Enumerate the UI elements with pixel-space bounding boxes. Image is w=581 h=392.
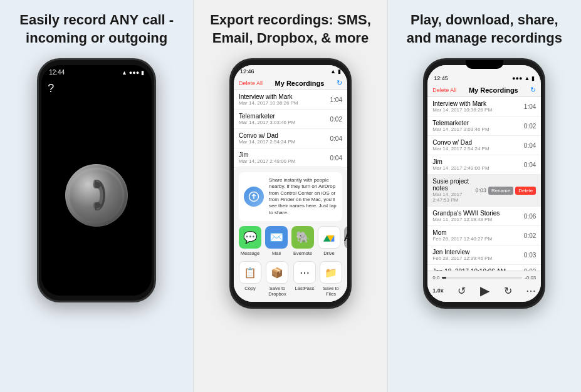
player-speed[interactable]: 1.0x bbox=[432, 287, 444, 294]
status-icons-right: ●●● ▲ ▮ bbox=[512, 75, 535, 81]
signal-icon: ●●● bbox=[129, 70, 139, 76]
nav-title-mid: My Recordings bbox=[275, 80, 325, 87]
share-action-copy[interactable]: 📋 Copy bbox=[239, 261, 261, 297]
right-rec-name-0: Interview with Mark bbox=[432, 100, 492, 107]
files-icon: 📁 bbox=[320, 261, 342, 284]
battery-icon-mid: ▮ bbox=[338, 68, 341, 75]
share-action-dropbox[interactable]: 📦 Save to Dropbox bbox=[265, 261, 290, 297]
mid-panel: Export recordings: SMS, Email, Dropbox, … bbox=[193, 0, 387, 392]
refresh-btn-mid[interactable]: ↻ bbox=[337, 79, 342, 87]
wifi-right: ▲ bbox=[524, 75, 530, 81]
recordings-screen: 12:46 ▲ ▮ Delete All My Recordings ↻ Int… bbox=[234, 65, 347, 302]
rename-button[interactable]: Rename bbox=[488, 187, 513, 195]
right-rec-dur-1: 0:02 bbox=[524, 123, 536, 130]
delete-all-btn-mid[interactable]: Delete All bbox=[239, 80, 263, 86]
record-button[interactable]: 📞 bbox=[65, 164, 128, 227]
left-phone-frame: 12:44 ▲ ●●● ▮ ? 📞 bbox=[37, 58, 156, 302]
right-panel-title: Play, download, share, and manage record… bbox=[403, 11, 566, 47]
forward-button[interactable]: ↻ bbox=[504, 285, 512, 297]
mail-label: Mail bbox=[272, 250, 281, 256]
dropbox-icon: 📦 bbox=[266, 261, 288, 284]
right-rec-dur-5: 0:02 bbox=[524, 232, 536, 239]
left-phone-screen: 12:44 ▲ ●●● ▮ ? 📞 bbox=[41, 65, 152, 296]
rec-date-2: Mar 14, 2017 2:54:24 PM bbox=[239, 139, 295, 145]
drive-icon bbox=[318, 226, 340, 249]
right-rec-dur-2: 0:04 bbox=[524, 142, 536, 149]
rec-dur-2: 0:04 bbox=[330, 135, 342, 142]
rec-name-3: Jim bbox=[239, 152, 295, 158]
player-controls: 1.0x ↺ ▶ ↻ ⋯ bbox=[432, 283, 536, 298]
share-action-files[interactable]: 📁 Save to Files bbox=[320, 261, 342, 297]
right-rec-name-1: Telemarketer bbox=[432, 120, 489, 126]
right-rec-4[interactable]: Grandpa's WWII StoriesMar 11, 2017 12:19… bbox=[427, 207, 541, 226]
right-rec-date-1: Mar 14, 2017 3:03:46 PM bbox=[432, 126, 489, 132]
share-sheet: Share instantly with people nearby. If t… bbox=[234, 166, 347, 302]
right-rec-name-5: Mom bbox=[432, 229, 492, 236]
recording-item-2[interactable]: Convo w/ Dad Mar 14, 2017 2:54:24 PM 0:0… bbox=[234, 129, 347, 148]
right-rec-date-active: Mar 14, 2017 2:47:53 PM bbox=[432, 192, 475, 203]
rec-name-0: Interview with Mark bbox=[239, 93, 298, 100]
airdrop-text: Share instantly with people nearby. If t… bbox=[269, 177, 337, 216]
recording-item-1[interactable]: Telemarketer Mar 14, 2017 3:03:46 PM 0:0… bbox=[234, 110, 347, 129]
recording-item-3[interactable]: Jim Mar 14, 2017 2:49:00 PM 0:04 bbox=[234, 148, 347, 168]
right-rec-name-3: Jim bbox=[432, 158, 489, 165]
player-track-fill bbox=[442, 277, 446, 279]
files-label: Save to Files bbox=[320, 286, 342, 297]
nav-title-right: My Recordings bbox=[469, 86, 518, 94]
right-rec-date-0: Mar 14, 2017 10:36:26 PM bbox=[432, 107, 492, 113]
status-bar-left: 12:44 ▲ ●●● ▮ bbox=[41, 65, 152, 77]
help-icon: ? bbox=[48, 82, 152, 95]
right-rec-6[interactable]: Jen InterviewFeb 28, 2017 12:39:46 PM 0:… bbox=[427, 245, 541, 265]
right-rec-active[interactable]: Susie project notesMar 14, 2017 2:47:53 … bbox=[427, 175, 541, 207]
share-app-mail[interactable]: ✉️ Mail bbox=[265, 226, 288, 256]
right-panel: Play, download, share, and manage record… bbox=[388, 0, 581, 392]
right-rec-date-4: Mar 11, 2017 12:19:43 PM bbox=[432, 217, 500, 222]
status-icons-left: ▲ ●●● ▮ bbox=[122, 70, 144, 76]
delete-button[interactable]: Delete bbox=[515, 187, 536, 195]
right-rec-5[interactable]: MomFeb 28, 2017 12:40:27 PM 0:02 bbox=[427, 226, 541, 245]
more-options-button[interactable]: ⋯ bbox=[526, 285, 536, 297]
right-rec-dur-3: 0:04 bbox=[524, 162, 536, 168]
recording-item-0[interactable]: Interview with Mark Mar 14, 2017 10:36:2… bbox=[234, 90, 347, 110]
share-action-lastpass[interactable]: ⋯ LastPass bbox=[293, 261, 316, 297]
message-label: Message bbox=[241, 250, 259, 256]
rec-date-3: Mar 14, 2017 2:49:00 PM bbox=[239, 158, 295, 164]
right-rec-1[interactable]: TelemarketerMar 14, 2017 3:03:46 PM 0:02 bbox=[427, 116, 541, 136]
refresh-btn-right[interactable]: ↻ bbox=[530, 86, 536, 94]
delete-all-btn-right[interactable]: Delete All bbox=[432, 87, 456, 93]
share-actions-row: 📋 Copy 📦 Save to Dropbox ⋯ LastPass bbox=[239, 261, 342, 297]
share-app-message[interactable]: 💬 Message bbox=[239, 226, 261, 256]
airdrop-icon bbox=[244, 187, 264, 207]
right-rec-2[interactable]: Convo w/ DadMar 14, 2017 2:54:24 PM 0:04 bbox=[427, 136, 541, 155]
right-rec-date-5: Feb 28, 2017 12:40:27 PM bbox=[432, 236, 492, 242]
left-panel-title: Easily record ANY call - incoming or out… bbox=[15, 11, 178, 47]
player-remaining-time: -0:03 bbox=[525, 275, 536, 281]
right-rec-date-6: Feb 28, 2017 12:39:46 PM bbox=[432, 255, 492, 261]
right-rec-3[interactable]: JimMar 14, 2017 2:49:00 PM 0:04 bbox=[427, 155, 541, 175]
time-left: 12:44 bbox=[49, 69, 65, 76]
rec-dur-1: 0:02 bbox=[330, 116, 342, 123]
mid-phone-frame: 12:46 ▲ ▮ Delete All My Recordings ↻ Int… bbox=[229, 58, 352, 309]
share-app-evernote[interactable]: 🐘 Evernote bbox=[291, 226, 314, 256]
battery-icon: ▮ bbox=[141, 70, 144, 76]
right-rec-dur-0: 1:04 bbox=[524, 103, 536, 110]
player-track[interactable] bbox=[442, 277, 522, 279]
nav-bar-mid: Delete All My Recordings ↻ bbox=[234, 76, 347, 90]
right-phone-screen: 12:45 ●●● ▲ ▮ Delete All My Recordings ↻ bbox=[427, 65, 541, 302]
play-button[interactable]: ▶ bbox=[480, 283, 489, 298]
drive-label: Drive bbox=[323, 250, 335, 256]
rewind-button[interactable]: ↺ bbox=[458, 285, 466, 297]
mid-panel-title: Export recordings: SMS, Email, Dropbox, … bbox=[209, 11, 372, 47]
right-phone-frame: 12:45 ●●● ▲ ▮ Delete All My Recordings ↻ bbox=[423, 58, 545, 309]
right-rec-name-2: Convo w/ Dad bbox=[432, 139, 489, 146]
rec-dur-3: 0:04 bbox=[330, 155, 342, 162]
player-current-time: 0:0 bbox=[432, 275, 439, 281]
right-rec-date-2: Mar 14, 2017 2:54:24 PM bbox=[432, 146, 489, 152]
right-rec-0[interactable]: Interview with MarkMar 14, 2017 10:36:26… bbox=[427, 97, 541, 116]
player-timeline: 0:0 -0:03 bbox=[432, 275, 536, 281]
lastpass-label: LastPass bbox=[295, 286, 315, 291]
action-btns: 0:03 Rename Delete bbox=[475, 187, 536, 195]
share-app-more[interactable]: Ac... Ac... bbox=[344, 226, 347, 256]
share-app-drive[interactable]: Drive bbox=[318, 226, 340, 256]
player-bar: 0:0 -0:03 1.0x ↺ ▶ ↻ ⋯ bbox=[427, 271, 541, 302]
